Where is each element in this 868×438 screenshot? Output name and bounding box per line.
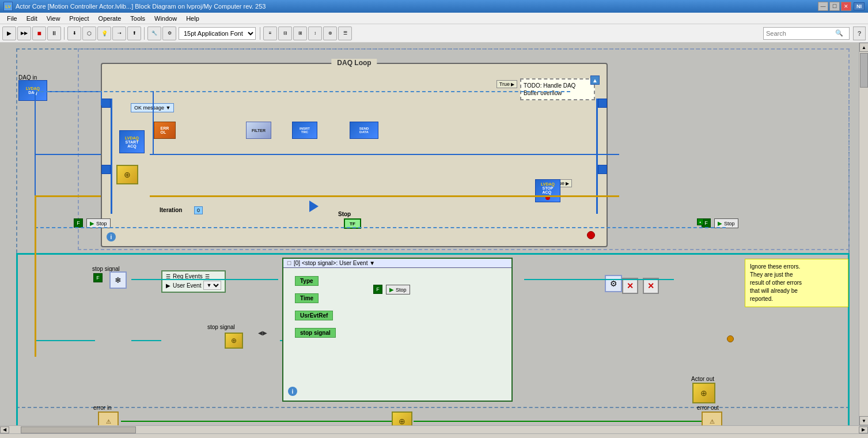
reorder-button[interactable]: ↕ (308, 27, 322, 40)
gear-icon-right[interactable]: ⚙ (605, 275, 622, 292)
run-cont-button[interactable]: ▶▶ (17, 27, 31, 40)
func-node-bottom-center[interactable]: ⊕ (392, 411, 412, 425)
green-term-event[interactable]: F (373, 285, 382, 294)
wire-green-h-2 (414, 421, 702, 422)
menu-edit[interactable]: Edit (22, 14, 42, 23)
stop-signal-f-term[interactable]: F (93, 273, 103, 282)
h-scrollbar: ◀ ▶ (0, 425, 868, 433)
wire-h-top-main (35, 154, 101, 155)
diagram-canvas: DAQ Loop TODO: Handle DAQ Buffer overflo… (0, 43, 859, 425)
daq-loop-frame: DAQ Loop TODO: Handle DAQ Buffer overflo… (101, 63, 608, 247)
stop-label-inner: Stop (338, 211, 351, 217)
error-out-node[interactable]: ⚠ (702, 411, 722, 425)
align-button[interactable]: ≡ (263, 27, 277, 40)
pause-button[interactable]: ⏸ (47, 27, 61, 40)
retain-wire-button[interactable]: ⬡ (82, 27, 96, 40)
wire-h-top-main-2 (150, 154, 619, 155)
bottom-area: ◀ ▶ Psylotest.lvproj/My Computer ◂ (0, 425, 868, 438)
close-button[interactable]: ✕ (841, 2, 851, 11)
extra-btn[interactable]: ☰ (338, 27, 352, 40)
scroll-left-btn[interactable]: ◀ (0, 426, 9, 433)
abort-button[interactable]: ■ (32, 27, 46, 40)
actor-out-node[interactable]: ⊕ (692, 383, 715, 403)
minimize-button[interactable]: — (818, 2, 828, 11)
run-button[interactable]: ▶ (2, 27, 16, 40)
step-over-button[interactable]: ⇢ (112, 27, 126, 40)
event-title-bar[interactable]: ☐ [0] <stop signal>: User Event ▼ (283, 259, 511, 268)
toolbar-sep-3 (260, 27, 260, 40)
wire-dashed-h-2 (35, 227, 726, 228)
scroll-right-btn[interactable]: ▶ (859, 426, 868, 433)
step-into-button[interactable]: ⬇ (67, 27, 81, 40)
wire-gold-h-1 (35, 195, 101, 197)
x-node-1[interactable]: ✕ (622, 278, 638, 294)
snowflake-node[interactable]: ❄ (109, 271, 127, 289)
distribute-button[interactable]: ⊟ (278, 27, 292, 40)
ignore-errors-note: Ignore these errors. They are just the r… (745, 259, 848, 307)
stop-acq-node[interactable]: LVDAQ STOPACQ (535, 179, 560, 202)
wire-h-bottom-3 (131, 279, 278, 280)
restore-button[interactable]: ☐ (829, 2, 840, 11)
triangle-node[interactable] (309, 201, 319, 212)
stop-signal-arrows: ◀▶ (258, 330, 267, 336)
event-structure-frame: ☐ [0] <stop signal>: User Event ▼ Type T… (282, 258, 513, 402)
menu-project[interactable]: Project (65, 14, 93, 23)
h-scroll-thumb[interactable] (21, 426, 136, 433)
menu-help[interactable]: Help (181, 14, 204, 23)
stop-signal-label-2: stop signal (207, 324, 235, 330)
loop-info-icon: i (107, 232, 116, 241)
scroll-thumb[interactable] (860, 53, 868, 88)
wire-h-bottom-1 (35, 340, 95, 341)
resize-button[interactable]: ⊞ (293, 27, 307, 40)
filter-node[interactable]: FILTER (246, 122, 271, 139)
menu-window[interactable]: Window (150, 14, 181, 23)
menu-operate[interactable]: Operate (94, 14, 126, 23)
main-content: DAQ Loop TODO: Handle DAQ Buffer overflo… (0, 43, 868, 425)
event-field-usrevtref: UsrEvtRef (295, 311, 333, 320)
toolbar: ▶ ▶▶ ■ ⏸ ⬇ ⬡ 💡 ⇢ ⬆ 🔧 ⚙ 15pt Application … (0, 24, 868, 43)
func-node-err[interactable]: ERROL (154, 122, 176, 139)
shift-left-top[interactable] (101, 99, 111, 108)
title-bar-icon: LV (3, 2, 13, 11)
event-field-stopsignal: stop signal (295, 328, 336, 338)
shift-left-mid[interactable] (101, 165, 111, 174)
stop-btn-event[interactable]: ▶ Stop (386, 285, 410, 294)
green-term-f-left[interactable]: F (74, 218, 83, 228)
toolbar-sep-2 (144, 27, 145, 40)
font-selector[interactable]: 15pt Application Font (179, 27, 256, 40)
error-in-node[interactable]: ⚠ (98, 411, 119, 425)
wire-v-main-1 (101, 91, 102, 105)
title-bar-text: Actor Core [Motion Controller Actor.lvli… (16, 3, 818, 10)
shift-right-mid[interactable] (598, 165, 607, 174)
menu-tools[interactable]: Tools (126, 14, 150, 23)
wire-h-bottom-2 (131, 340, 161, 341)
highlight-exec-button[interactable]: 💡 (97, 27, 111, 40)
scroll-down-btn[interactable]: ▼ (859, 416, 868, 425)
menu-view[interactable]: View (42, 14, 65, 23)
bool-true-1[interactable]: True ▶ (496, 80, 517, 88)
wire-gold-h-2 (150, 195, 619, 197)
ni-corner-btn[interactable]: NI (854, 2, 865, 10)
wire-dashed-h-1 (35, 91, 570, 92)
shift-right-top[interactable] (598, 99, 607, 108)
error-in-label: error in (93, 405, 112, 411)
tool2-button[interactable]: ⚙ (162, 27, 176, 40)
help-button[interactable]: ? (853, 27, 866, 40)
tool1-button[interactable]: 🔧 (147, 27, 161, 40)
cleanup-button[interactable]: ⊛ (323, 27, 337, 40)
reg-events-node[interactable]: ☰ Reg Events ☰ ▶ User Event ▼ (161, 270, 226, 293)
x-node-2[interactable]: ✕ (643, 278, 659, 294)
search-bar: 🔍 (763, 27, 850, 40)
insert-rec-node[interactable]: INSRTTRC (292, 122, 317, 139)
search-input[interactable] (766, 30, 835, 37)
daq-in-node[interactable]: LVDAQ DAQ (18, 80, 47, 101)
scroll-track (859, 52, 868, 416)
scroll-up-btn[interactable]: ▲ (859, 43, 868, 52)
start-acq-node[interactable]: LVDAQ START ACQ (119, 130, 145, 153)
step-out-button[interactable]: ⬆ (127, 27, 141, 40)
menu-file[interactable]: File (2, 14, 22, 23)
send-data-node[interactable]: SENDDATA (350, 122, 378, 139)
red-stop-circle (587, 231, 595, 239)
sq-node-bottom-mid[interactable]: ⊕ (225, 333, 243, 349)
func-node-1[interactable]: ⊕ (116, 165, 138, 184)
